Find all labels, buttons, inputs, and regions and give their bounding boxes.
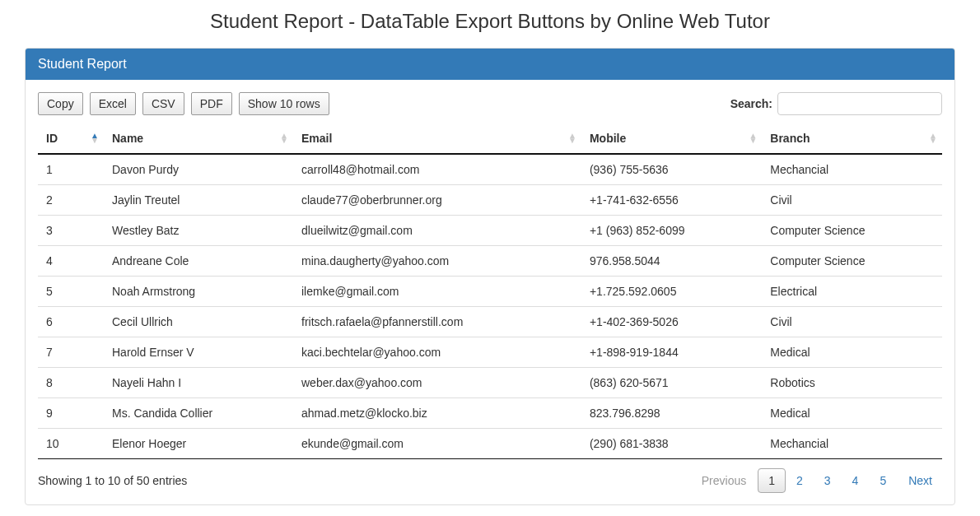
cell-email: fritsch.rafaela@pfannerstill.com	[293, 307, 581, 337]
cell-branch: Computer Science	[762, 216, 942, 246]
column-header-name[interactable]: Name ▲▼	[104, 123, 293, 154]
cell-branch: Medical	[762, 337, 942, 368]
cell-id: 4	[38, 246, 104, 277]
cell-id: 3	[38, 216, 104, 246]
cell-email: ilemke@gmail.com	[293, 277, 581, 307]
cell-mobile: 823.796.8298	[581, 398, 762, 429]
cell-mobile: +1-898-919-1844	[581, 337, 762, 368]
cell-name: Harold Ernser V	[104, 337, 293, 368]
cell-name: Jaylin Treutel	[104, 185, 293, 216]
cell-branch: Computer Science	[762, 246, 942, 277]
cell-branch: Medical	[762, 398, 942, 429]
column-label: Email	[301, 132, 332, 145]
cell-mobile: +1-402-369-5026	[581, 307, 762, 337]
cell-name: Cecil Ullrich	[104, 307, 293, 337]
cell-name: Andreane Cole	[104, 246, 293, 277]
previous-button[interactable]: Previous	[692, 469, 756, 492]
copy-button[interactable]: Copy	[38, 92, 83, 115]
cell-branch: Civil	[762, 307, 942, 337]
table-row: 3Westley Batzdlueilwitz@gmail.com+1 (963…	[38, 216, 942, 246]
column-label: ID	[46, 132, 58, 145]
column-label: Name	[112, 132, 143, 145]
panel-header: Student Report	[26, 49, 954, 80]
cell-name: Elenor Hoeger	[104, 429, 293, 459]
table-row: 9Ms. Candida Collierahmad.metz@klocko.bi…	[38, 398, 942, 429]
table-row: 8Nayeli Hahn Iweber.dax@yahoo.com(863) 6…	[38, 368, 942, 398]
column-header-mobile[interactable]: Mobile ▲▼	[581, 123, 762, 154]
cell-mobile: (863) 620-5671	[581, 368, 762, 398]
cell-email: ahmad.metz@klocko.biz	[293, 398, 581, 429]
table-row: 5Noah Armstrongilemke@gmail.com+1.725.59…	[38, 277, 942, 307]
cell-id: 10	[38, 429, 104, 459]
table-row: 6Cecil Ullrichfritsch.rafaela@pfannersti…	[38, 307, 942, 337]
page-number-5[interactable]: 5	[869, 468, 897, 493]
cell-id: 1	[38, 154, 104, 185]
page-number-4[interactable]: 4	[842, 468, 870, 493]
sort-icon: ▲▼	[280, 133, 288, 143]
table-row: 1Davon Purdycarroll48@hotmail.com(936) 7…	[38, 154, 942, 185]
cell-email: dlueilwitz@gmail.com	[293, 216, 581, 246]
cell-email: claude77@oberbrunner.org	[293, 185, 581, 216]
column-header-branch[interactable]: Branch ▲▼	[762, 123, 942, 154]
cell-email: weber.dax@yahoo.com	[293, 368, 581, 398]
cell-id: 9	[38, 398, 104, 429]
column-header-email[interactable]: Email ▲▼	[293, 123, 581, 154]
table-row: 10Elenor Hoegerekunde@gmail.com(290) 681…	[38, 429, 942, 459]
cell-name: Noah Armstrong	[104, 277, 293, 307]
cell-name: Westley Batz	[104, 216, 293, 246]
table-body: 1Davon Purdycarroll48@hotmail.com(936) 7…	[38, 154, 942, 459]
show-rows-button[interactable]: Show 10 rows	[239, 92, 329, 115]
cell-mobile: +1.725.592.0605	[581, 277, 762, 307]
excel-button[interactable]: Excel	[90, 92, 136, 115]
column-header-id[interactable]: ID ▲▼	[38, 123, 104, 154]
column-label: Mobile	[590, 132, 626, 145]
search-input[interactable]	[777, 92, 942, 115]
panel-body: Copy Excel CSV PDF Show 10 rows Search: …	[26, 80, 954, 504]
table-row: 2Jaylin Treutelclaude77@oberbrunner.org+…	[38, 185, 942, 216]
export-buttons: Copy Excel CSV PDF Show 10 rows	[38, 92, 329, 115]
cell-id: 7	[38, 337, 104, 368]
cell-id: 8	[38, 368, 104, 398]
cell-branch: Robotics	[762, 368, 942, 398]
page-number-1[interactable]: 1	[758, 468, 786, 493]
sort-icon: ▲▼	[568, 133, 576, 143]
cell-email: carroll48@hotmail.com	[293, 154, 581, 185]
next-button[interactable]: Next	[898, 469, 942, 492]
page-number-2[interactable]: 2	[786, 468, 814, 493]
cell-branch: Electrical	[762, 277, 942, 307]
cell-branch: Mechancial	[762, 429, 942, 459]
pdf-button[interactable]: PDF	[191, 92, 232, 115]
cell-id: 5	[38, 277, 104, 307]
cell-name: Davon Purdy	[104, 154, 293, 185]
search-wrap: Search:	[730, 92, 942, 115]
cell-mobile: (290) 681-3838	[581, 429, 762, 459]
csv-button[interactable]: CSV	[142, 92, 184, 115]
cell-branch: Civil	[762, 185, 942, 216]
cell-branch: Mechancial	[762, 154, 942, 185]
column-label: Branch	[770, 132, 810, 145]
cell-name: Ms. Candida Collier	[104, 398, 293, 429]
cell-email: kaci.bechtelar@yahoo.com	[293, 337, 581, 368]
entries-info: Showing 1 to 10 of 50 entries	[38, 474, 187, 487]
cell-mobile: +1-741-632-6556	[581, 185, 762, 216]
page-number-3[interactable]: 3	[814, 468, 842, 493]
table-row: 7Harold Ernser Vkaci.bechtelar@yahoo.com…	[38, 337, 942, 368]
cell-mobile: (936) 755-5636	[581, 154, 762, 185]
cell-id: 2	[38, 185, 104, 216]
footer-row: Showing 1 to 10 of 50 entries Previous 1…	[38, 469, 942, 492]
cell-mobile: +1 (963) 852-6099	[581, 216, 762, 246]
cell-name: Nayeli Hahn I	[104, 368, 293, 398]
cell-id: 6	[38, 307, 104, 337]
sort-icon: ▲▼	[929, 133, 937, 143]
toolbar-row: Copy Excel CSV PDF Show 10 rows Search:	[38, 92, 942, 115]
page-title: Student Report - DataTable Export Button…	[0, 10, 980, 33]
search-label: Search:	[730, 97, 772, 110]
pagination: Previous 12345 Next	[692, 469, 942, 492]
student-table: ID ▲▼ Name ▲▼ Email ▲▼ Mobile ▲▼	[38, 123, 942, 459]
cell-email: mina.daugherty@yahoo.com	[293, 246, 581, 277]
table-header-row: ID ▲▼ Name ▲▼ Email ▲▼ Mobile ▲▼	[38, 123, 942, 154]
table-row: 4Andreane Colemina.daugherty@yahoo.com97…	[38, 246, 942, 277]
panel: Student Report Copy Excel CSV PDF Show 1…	[25, 48, 955, 505]
cell-email: ekunde@gmail.com	[293, 429, 581, 459]
sort-icon: ▲▼	[749, 133, 757, 143]
